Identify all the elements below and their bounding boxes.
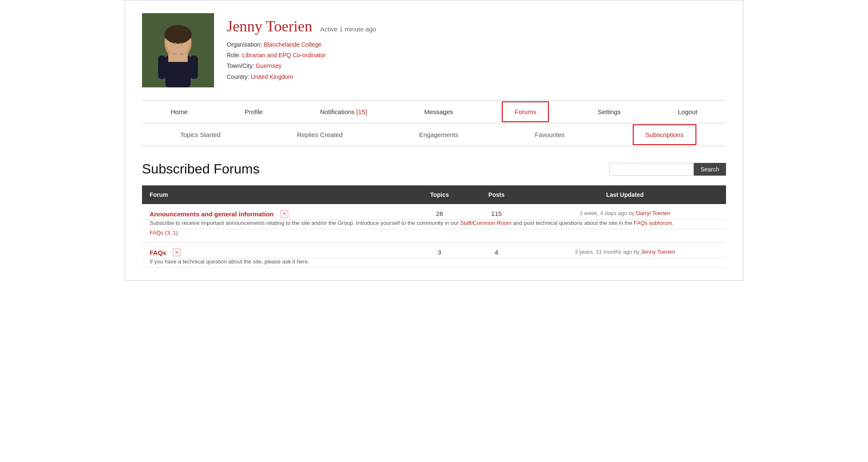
table-row-desc: Subscribe to receive important announcem… — [142, 220, 726, 229]
nav-forums[interactable]: Forums — [502, 101, 549, 122]
forum-description: If you have a technical question about t… — [150, 258, 309, 265]
col-topics: Topics — [410, 185, 469, 204]
col-last-updated: Last Updated — [524, 185, 726, 204]
avatar — [142, 13, 214, 87]
nav-subscriptions[interactable]: Subscriptions — [633, 124, 696, 145]
svg-rect-7 — [164, 34, 192, 39]
posts-count: 115 — [469, 204, 524, 220]
secondary-nav: Topics Started Replies Created Engagemen… — [142, 123, 726, 146]
subforum-link[interactable]: FAQs (3, 1) — [150, 230, 178, 236]
nav-replies-created[interactable]: Replies Created — [289, 123, 351, 146]
primary-nav: Home Profile Notifications [15] Messages… — [142, 100, 726, 123]
avatar-placeholder — [142, 13, 214, 87]
town-value: Guernsey — [256, 62, 281, 69]
town-label: Town/City: — [227, 62, 254, 69]
svg-point-15 — [179, 43, 183, 45]
forum-name-link[interactable]: Announcements and general information — [150, 210, 274, 218]
table-row-sub: FAQs (3, 1) — [142, 229, 726, 243]
page-title: Subscribed Forums — [142, 161, 259, 177]
profile-section: Jenny Toerien Active 1 minute ago Organi… — [142, 13, 726, 87]
forum-name-cell: Announcements and general information ✕ — [142, 204, 410, 220]
notification-badge: [15] — [356, 108, 367, 115]
nav-engagements[interactable]: Engagements — [411, 123, 467, 146]
desc-link-1[interactable]: Staff/Common Room — [460, 220, 512, 226]
profile-name: Jenny Toerien — [227, 18, 312, 35]
table-row: Announcements and general information ✕ … — [142, 204, 726, 220]
topics-count: 3 — [410, 243, 469, 258]
table-row-desc: If you have a technical question about t… — [142, 258, 726, 268]
profile-details: Organisation: Blanchelande College Role:… — [227, 39, 376, 82]
desc-link-2[interactable]: FAQs subforum — [634, 220, 672, 226]
role-value: Librarian and EPQ Co-ordinator — [242, 52, 326, 59]
nav-logout[interactable]: Logout — [670, 101, 706, 123]
profile-country: Country: United Kingdom — [227, 72, 376, 82]
table-row: FAQs ✕ 3 4 3 years, 11 months ago by Jen… — [142, 243, 726, 258]
nav-profile[interactable]: Profile — [236, 101, 272, 123]
last-updated-user-link[interactable]: Darryl Toerien — [636, 210, 670, 216]
profile-role: Role: Librarian and EPQ Co-ordinator — [227, 50, 376, 61]
col-forum: Forum — [142, 185, 410, 204]
svg-rect-9 — [190, 56, 198, 79]
svg-rect-4 — [168, 53, 188, 62]
profile-town: Town/City: Guernsey — [227, 61, 376, 71]
search-button[interactable]: Search — [694, 163, 726, 176]
forum-name-cell: FAQs ✕ — [142, 243, 410, 258]
svg-rect-10 — [171, 76, 178, 87]
org-value: Blanchelande College — [264, 41, 321, 48]
content-header: Subscribed Forums Search — [142, 161, 726, 177]
forum-table: Forum Topics Posts Last Updated Announce… — [142, 185, 726, 268]
nav-notifications[interactable]: Notifications [15] — [312, 101, 376, 123]
unsubscribe-button[interactable]: ✕ — [281, 210, 288, 218]
profile-organisation: Organisation: Blanchelande College — [227, 39, 376, 50]
svg-point-14 — [173, 43, 177, 45]
org-label: Organisation: — [227, 41, 262, 48]
unsubscribe-button[interactable]: ✕ — [173, 249, 181, 256]
nav-home[interactable]: Home — [162, 101, 196, 123]
posts-count: 4 — [469, 243, 524, 258]
topics-count: 28 — [410, 204, 469, 220]
last-updated: 1 week, 4 days ago by Darryl Toerien — [524, 204, 726, 220]
last-updated: 3 years, 11 months ago by Jenny Toerien — [524, 243, 726, 258]
last-updated-user-link[interactable]: Jenny Toerien — [641, 249, 676, 255]
nav-settings[interactable]: Settings — [589, 101, 629, 123]
country-label: Country: — [227, 73, 249, 80]
country-value: United Kingdom — [251, 73, 293, 80]
col-posts: Posts — [469, 185, 524, 204]
search-area: Search — [609, 163, 726, 176]
nav-topics-started[interactable]: Topics Started — [172, 123, 229, 146]
forum-description: Subscribe to receive important announcem… — [150, 220, 460, 226]
forum-name-link[interactable]: FAQs — [150, 249, 166, 256]
page-wrapper: Jenny Toerien Active 1 minute ago Organi… — [125, 0, 743, 281]
nav-messages[interactable]: Messages — [416, 101, 462, 123]
search-input[interactable] — [609, 163, 694, 176]
svg-rect-11 — [178, 76, 185, 87]
svg-rect-8 — [158, 56, 166, 79]
nav-favourites[interactable]: Favourites — [526, 123, 573, 146]
role-label: Role: — [227, 52, 241, 59]
profile-active-status: Active 1 minute ago — [320, 25, 376, 33]
table-header-row: Forum Topics Posts Last Updated — [142, 185, 726, 204]
profile-info: Jenny Toerien Active 1 minute ago Organi… — [227, 13, 376, 82]
